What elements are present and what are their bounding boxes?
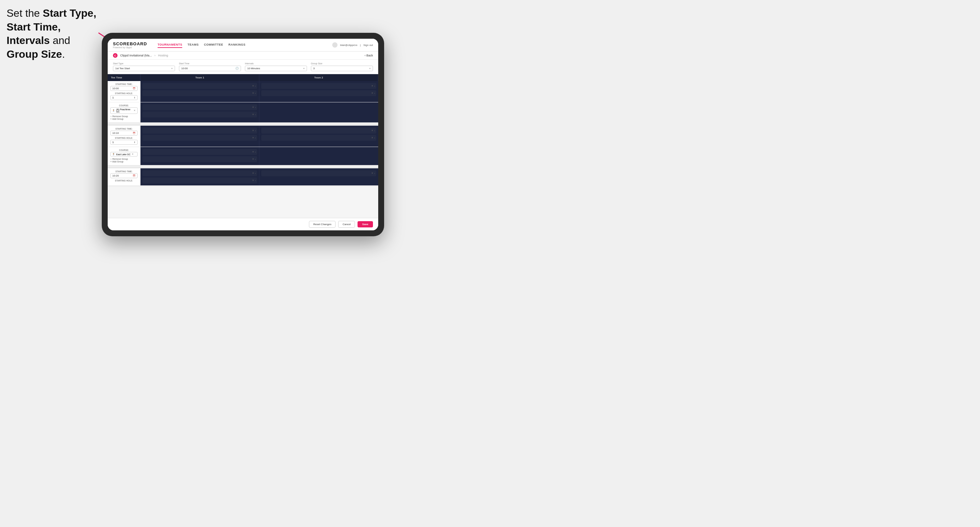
- group2-team1-player1: ✕ ›: [143, 128, 257, 133]
- back-button[interactable]: ‹ Back: [364, 54, 373, 57]
- tablet-screen: SCOREBOARD Powered by clippd TOURNAMENTS…: [108, 39, 378, 230]
- user-avatar: [332, 42, 337, 48]
- group1-team2-p1-expand[interactable]: ›: [374, 85, 375, 87]
- intervals-select[interactable]: 10 Minutes ▾: [245, 66, 307, 71]
- group2-course-tag[interactable]: 🏌 East Lake GC ✕: [110, 152, 138, 157]
- main-content: Tee Time Team 1 Team 2 STARTING TIME: 10…: [108, 74, 378, 218]
- group2-time-section: STARTING TIME: 10:10 ⏰ STARTING HOLE: 1 …: [108, 126, 140, 147]
- group1-team1-player1: ✕ ›: [143, 83, 257, 89]
- group3-team2-players: ✕ ›: [259, 168, 378, 186]
- group2-course-section: COURSE: 🏌 East Lake GC ✕ ○ Remove Group …: [108, 147, 140, 165]
- group1-team1-p2-remove[interactable]: ✕: [252, 92, 254, 95]
- group2-course-name: East Lake GC: [116, 153, 130, 156]
- group1-team2-player1: ✕ ›: [261, 83, 376, 89]
- group3-hole-label: STARTING HOLE:: [110, 179, 138, 182]
- group1-course-tag[interactable]: 🏌 (A) Peachtree GC ✕: [110, 107, 138, 114]
- col-tee-time: Tee Time: [108, 74, 140, 81]
- start-type-group: Start Type 1st Tee Start ▾: [113, 62, 175, 71]
- group1-add-group[interactable]: + Add Group: [110, 118, 138, 120]
- sign-out-link[interactable]: Sign out: [363, 44, 373, 47]
- start-type-select[interactable]: 1st Tee Start ▾: [113, 66, 175, 71]
- group2-course-p2: ✕ ›: [143, 156, 257, 162]
- group1-course-p2: ✕ ›: [143, 111, 257, 117]
- intervals-label: Intervals: [245, 62, 307, 65]
- group2-add-group[interactable]: + Add Group: [110, 160, 138, 163]
- group1-hole-caret: ⬍: [134, 97, 135, 99]
- group-3: STARTING TIME: 10:20 ⏰ STARTING HOLE: ✕ …: [108, 168, 378, 187]
- start-time-label: Start Time: [179, 62, 241, 65]
- group3-clock-icon: ⏰: [133, 175, 135, 177]
- intervals-caret: ▾: [303, 67, 305, 70]
- group1-team1-p1-remove[interactable]: ✕: [252, 85, 254, 87]
- group2-hole-value: 1: [112, 141, 114, 144]
- nav-bar: SCOREBOARD Powered by clippd TOURNAMENTS…: [108, 39, 378, 51]
- nav-tab-teams[interactable]: TEAMS: [188, 42, 199, 48]
- settings-bar: Start Type 1st Tee Start ▾ Start Time 10…: [108, 60, 378, 74]
- nav-tab-committee[interactable]: COMMITTEE: [204, 42, 223, 48]
- breadcrumb-sep: ›: [154, 54, 156, 57]
- group1-team1-player2: ✕ ›: [143, 90, 257, 96]
- group3-team1-player1: ✕ ›: [143, 170, 257, 176]
- group1-team1-p1-expand[interactable]: ›: [255, 85, 256, 87]
- group2-course-icon: 🏌: [112, 153, 115, 156]
- group1-team2-p1-remove[interactable]: ✕: [371, 85, 373, 87]
- breadcrumb-tournament[interactable]: Clippd Invitational (Ma...: [120, 54, 152, 57]
- group2-time-input[interactable]: 10:10 ⏰: [110, 130, 138, 135]
- instruction-line3: Intervals: [6, 35, 50, 46]
- clippd-icon: C: [113, 53, 118, 58]
- logo-sub: Powered by clippd: [113, 46, 147, 49]
- group1-team1-players: ✕ › ✕ ›: [140, 81, 259, 102]
- group1-course-x[interactable]: ✕: [134, 109, 135, 112]
- start-time-value: 10:00: [181, 67, 188, 70]
- cancel-button[interactable]: Cancel: [338, 221, 355, 228]
- group2-hole-label: STARTING HOLE:: [110, 137, 138, 139]
- start-time-select[interactable]: 10:00 🕙: [179, 66, 241, 71]
- group1-remove-group[interactable]: ○ Remove Group: [110, 115, 138, 117]
- group2-hole-input[interactable]: 1 ⬍: [110, 140, 138, 145]
- group2-starting-time-label: STARTING TIME:: [110, 128, 138, 130]
- intervals-value: 10 Minutes: [247, 67, 260, 70]
- user-email: blair@clippd.io: [340, 44, 358, 47]
- group-size-value: 3: [313, 67, 315, 70]
- intervals-group: Intervals 10 Minutes ▾: [245, 62, 307, 71]
- group-size-select[interactable]: 3 ▾: [311, 66, 373, 71]
- group2-links: ○ Remove Group + Add Group: [110, 158, 138, 163]
- group2-team1-players: ✕ › ✕ ›: [140, 126, 259, 147]
- breadcrumb-hosting: Hosting: [158, 54, 169, 57]
- group2-team1-player2: ✕ ›: [143, 135, 257, 141]
- group1-team2-player2: ✕ ›: [261, 90, 376, 96]
- group1-team2-p2-expand[interactable]: ›: [374, 92, 375, 95]
- nav-tab-tournaments[interactable]: TOURNAMENTS: [158, 42, 182, 48]
- group1-time-value: 10:00: [112, 87, 119, 90]
- group1-time-input[interactable]: 10:00 ⏰: [110, 86, 138, 91]
- group2-remove-group[interactable]: ○ Remove Group: [110, 158, 138, 160]
- nav-tabs: TOURNAMENTS TEAMS COMMITTEE RANKINGS: [158, 42, 326, 48]
- group3-time-value: 10:20: [112, 174, 119, 177]
- nav-tab-rankings[interactable]: RANKINGS: [229, 42, 246, 48]
- logo-text: SCOREBOARD: [113, 41, 147, 46]
- group1-team1-p2-expand[interactable]: ›: [255, 92, 256, 95]
- group2-course-label: COURSE:: [110, 149, 138, 151]
- group1-hole-value: 1: [112, 96, 114, 99]
- group1-course-name: (A) Peachtree GC: [116, 108, 133, 113]
- start-time-group: Start Time 10:00 🕙: [179, 62, 241, 71]
- save-button[interactable]: Save: [358, 221, 373, 227]
- instruction-text: Set the Start Type, Start Time, Interval…: [6, 6, 102, 61]
- group1-team2-p2-remove[interactable]: ✕: [371, 92, 373, 95]
- group1-course-team1: ✕ › ✕ ›: [140, 102, 259, 122]
- group-size-caret: ▾: [369, 67, 371, 70]
- group3-starting-time-label: STARTING TIME:: [110, 170, 138, 173]
- reset-button[interactable]: Reset Changes: [309, 221, 336, 228]
- group3-time-input[interactable]: 10:20 ⏰: [110, 173, 138, 178]
- group3-time-section: STARTING TIME: 10:20 ⏰ STARTING HOLE:: [108, 168, 140, 186]
- group2-course-x[interactable]: ✕: [132, 153, 134, 156]
- tablet-device: SCOREBOARD Powered by clippd TOURNAMENTS…: [102, 33, 384, 236]
- group1-hole-input[interactable]: 1 ⬍: [110, 95, 138, 100]
- group2-team2-player1: ✕ ›: [261, 128, 376, 133]
- action-bar: Reset Changes Cancel Save: [108, 218, 378, 230]
- group3-team1-player2: ✕ ›: [143, 178, 257, 183]
- group2-course-team1: ✕ › ✕ ›: [140, 147, 259, 165]
- group1-team2-players: ✕ › ✕ ›: [259, 81, 378, 102]
- start-type-value: 1st Tee Start: [115, 67, 130, 70]
- col-team2: Team 2: [259, 74, 378, 81]
